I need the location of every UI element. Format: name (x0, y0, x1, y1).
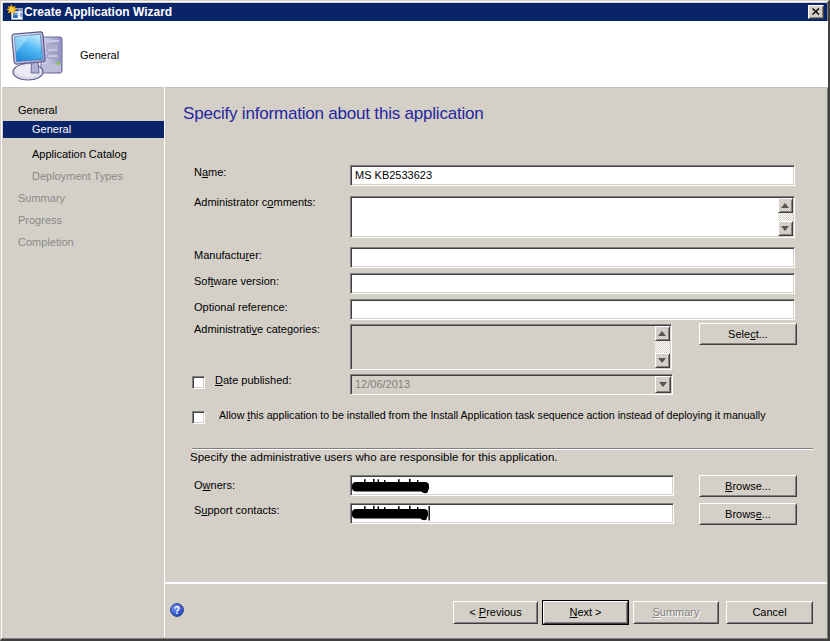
svg-text:?: ? (174, 605, 180, 616)
